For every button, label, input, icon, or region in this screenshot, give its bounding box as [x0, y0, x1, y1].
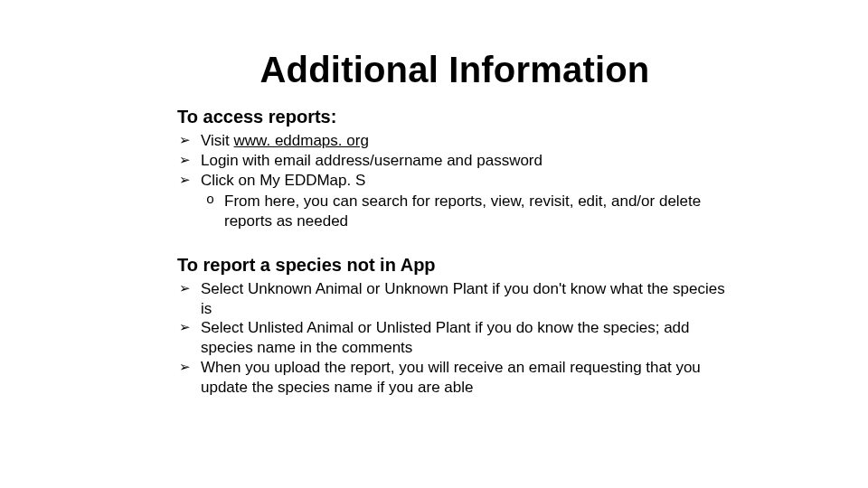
list-item-text: From here, you can search for reports, v… — [224, 192, 701, 230]
eddmaps-link[interactable]: www. eddmaps. org — [234, 132, 369, 149]
list-item: Click on My EDDMap. S From here, you can… — [177, 171, 732, 231]
slide-title: Additional Information — [177, 50, 732, 90]
list-item-text: Click on My EDDMap. S — [201, 172, 365, 189]
list-item: Visit www. eddmaps. org — [177, 131, 732, 151]
list-item: When you upload the report, you will rec… — [177, 358, 732, 398]
section-heading-report: To report a species not in App — [177, 255, 732, 276]
list-item: From here, you can search for reports, v… — [201, 192, 732, 231]
access-reports-list: Visit www. eddmaps. org Login with email… — [177, 131, 732, 231]
report-species-list: Select Unknown Animal or Unknown Plant i… — [177, 279, 732, 398]
list-item: Login with email address/username and pa… — [177, 151, 732, 171]
list-item-text: Login with email address/username and pa… — [201, 152, 542, 169]
list-item-text: When you upload the report, you will rec… — [201, 359, 701, 396]
section-heading-access: To access reports: — [177, 107, 732, 127]
slide: Additional Information To access reports… — [0, 0, 868, 433]
sub-list: From here, you can search for reports, v… — [201, 192, 732, 231]
list-item: Select Unlisted Animal or Unlisted Plant… — [177, 318, 732, 358]
list-item: Select Unknown Animal or Unknown Plant i… — [177, 279, 732, 319]
list-item-text: Visit — [201, 132, 234, 149]
list-item-text: Select Unknown Animal or Unknown Plant i… — [201, 280, 725, 317]
list-item-text: Select Unlisted Animal or Unlisted Plant… — [201, 319, 690, 356]
